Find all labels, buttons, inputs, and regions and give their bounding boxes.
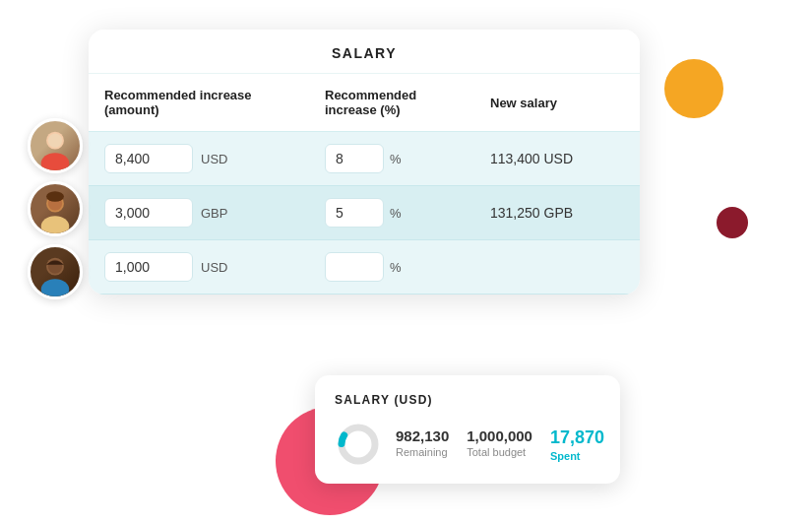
- percent-input[interactable]: [325, 252, 384, 282]
- total-stat: 1,000,000 Total budget: [467, 427, 532, 458]
- svg-point-8: [41, 279, 70, 296]
- remaining-label: Remaining: [396, 446, 449, 458]
- amount-input[interactable]: [104, 144, 193, 173]
- donut-chart: [335, 421, 382, 468]
- new-salary-cell: 113,400 USD: [474, 132, 640, 186]
- remaining-stat: 982,130 Remaining: [396, 427, 449, 458]
- col-header-amount: Recommended increase (amount): [89, 74, 309, 132]
- amount-cell: GBP: [89, 186, 309, 240]
- spent-stat: 17,870 Spent: [550, 427, 604, 462]
- budget-content: 982,130 Remaining 1,000,000 Total budget…: [335, 421, 600, 468]
- budget-stats: 982,130 Remaining 1,000,000 Total budget…: [396, 427, 604, 462]
- new-salary-value: 131,250 GPB: [490, 205, 573, 221]
- percent-cell: %: [309, 240, 474, 295]
- avatar-list: [28, 118, 83, 299]
- salary-card-title: SALARY: [89, 30, 640, 74]
- deco-darkred-circle: [717, 207, 748, 238]
- currency-label: GBP: [201, 206, 227, 221]
- svg-point-4: [41, 216, 70, 233]
- total-label: Total budget: [467, 446, 532, 458]
- spent-label: Spent: [550, 450, 604, 462]
- svg-point-2: [48, 134, 62, 148]
- salary-card: SALARY Recommended increase (amount) Rec…: [89, 30, 640, 295]
- amount-cell: USD: [89, 132, 309, 186]
- amount-input[interactable]: [104, 252, 193, 282]
- salary-table: Recommended increase (amount) Recommende…: [89, 74, 640, 295]
- new-salary-cell: [474, 240, 640, 295]
- budget-title: SALARY (USD): [335, 393, 600, 407]
- new-salary-value: 113,400 USD: [490, 151, 573, 166]
- table-row: USD %: [89, 240, 640, 295]
- currency-label: USD: [201, 152, 227, 166]
- amount-cell: USD: [89, 240, 309, 295]
- currency-label: USD: [201, 260, 227, 275]
- col-header-new-salary: New salary: [474, 74, 640, 132]
- table-row: GBP % 131,250 GPB: [89, 186, 640, 240]
- percent-symbol: %: [390, 152, 402, 166]
- percent-cell: %: [309, 186, 474, 240]
- spent-value: 17,870: [550, 427, 604, 448]
- table-row: USD % 113,400 USD: [89, 132, 640, 186]
- avatar-1: [28, 118, 83, 173]
- total-value: 1,000,000: [467, 427, 532, 444]
- budget-card: SALARY (USD) 982,130 Remaining 1,000,000…: [315, 375, 620, 484]
- percent-symbol: %: [390, 260, 402, 275]
- svg-point-10: [342, 427, 375, 461]
- amount-input[interactable]: [104, 198, 193, 228]
- percent-symbol: %: [390, 206, 402, 221]
- avatar-3: [28, 244, 83, 299]
- svg-point-6: [46, 191, 64, 202]
- col-header-percent: Recommended increase (%): [309, 74, 474, 132]
- remaining-value: 982,130: [396, 427, 449, 444]
- percent-cell: %: [309, 132, 474, 186]
- percent-input[interactable]: [325, 198, 384, 228]
- deco-orange-circle: [664, 59, 723, 118]
- svg-point-1: [41, 153, 70, 170]
- avatar-2: [28, 181, 83, 236]
- new-salary-cell: 131,250 GPB: [474, 186, 640, 240]
- percent-input[interactable]: [325, 144, 384, 173]
